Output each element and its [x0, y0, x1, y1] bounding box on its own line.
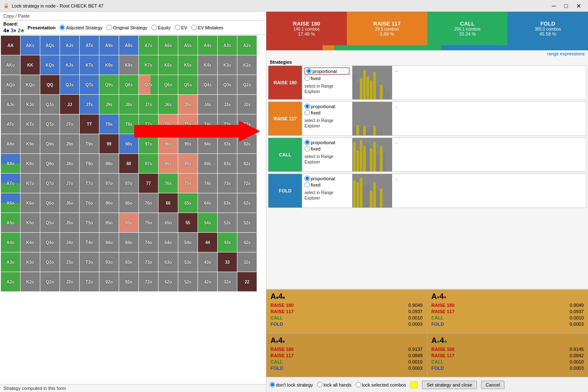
- grid-cell-74o[interactable]: 74o: [139, 233, 158, 252]
- grid-cell-82o[interactable]: 82o: [119, 272, 138, 291]
- grid-cell-64o[interactable]: 64o: [159, 233, 178, 252]
- radio-proportional-call[interactable]: proportional: [304, 140, 349, 145]
- grid-cell-j8s[interactable]: J8s: [119, 95, 138, 114]
- radio-equity[interactable]: Equity: [151, 25, 171, 30]
- select-range-raise180[interactable]: select in Range Explorer: [304, 83, 349, 94]
- grid-cell-92o[interactable]: 92o: [99, 272, 119, 291]
- grid-cell-k4s[interactable]: K4s: [198, 55, 217, 75]
- grid-cell-k6o[interactable]: K6o: [21, 193, 40, 213]
- grid-cell-t7s[interactable]: T7s: [139, 114, 158, 134]
- grid-cell-j5o[interactable]: J5o: [60, 213, 79, 232]
- grid-cell-kjs[interactable]: KJs: [60, 55, 79, 75]
- grid-cell-32s[interactable]: 32s: [237, 252, 257, 272]
- grid-cell-98o[interactable]: 98o: [99, 154, 119, 173]
- grid-cell-t3o[interactable]: T3o: [80, 252, 99, 272]
- grid-cell-84o[interactable]: 84o: [119, 233, 138, 252]
- grid-cell-86s[interactable]: 86s: [159, 154, 178, 173]
- grid-cell-94o[interactable]: 94o: [99, 233, 119, 252]
- grid-cell-92s[interactable]: 92s: [237, 134, 257, 153]
- grid-cell-j9s[interactable]: J9s: [99, 95, 119, 114]
- grid-cell-42s[interactable]: 42s: [237, 233, 257, 252]
- grid-cell-kqo[interactable]: KQo: [21, 75, 40, 94]
- radio-fixed-fold[interactable]: fixed: [304, 182, 349, 187]
- radio-fixed-call[interactable]: fixed: [304, 146, 349, 151]
- grid-cell-t9s[interactable]: T9s: [99, 114, 119, 134]
- grid-cell-k9o[interactable]: K9o: [21, 134, 40, 153]
- grid-cell-t2o[interactable]: T2o: [80, 272, 99, 291]
- grid-cell-62s[interactable]: 62s: [237, 193, 257, 213]
- grid-cell-kts[interactable]: KTs: [80, 55, 99, 75]
- grid-cell-ajs[interactable]: AJs: [60, 36, 79, 55]
- grid-cell-a9s[interactable]: A9s: [99, 36, 119, 55]
- grid-cell-kto[interactable]: KTo: [21, 114, 40, 134]
- grid-cell-a6o[interactable]: A6o: [1, 193, 20, 213]
- grid-cell-ato[interactable]: ATo: [1, 114, 20, 134]
- grid-cell-j2s[interactable]: J2s: [237, 95, 257, 114]
- grid-cell-q2s[interactable]: Q2s: [237, 75, 257, 94]
- grid-cell-k5o[interactable]: K5o: [21, 213, 40, 232]
- grid-cell-76s[interactable]: 76s: [159, 174, 178, 193]
- cancel-button[interactable]: Cancel: [481, 381, 505, 389]
- grid-cell-44[interactable]: 44: [198, 233, 217, 252]
- grid-cell-aqs[interactable]: AQs: [40, 36, 60, 55]
- maximize-button[interactable]: □: [561, 2, 571, 10]
- grid-cell-52s[interactable]: 52s: [237, 213, 257, 232]
- grid-cell-75s[interactable]: 75s: [178, 174, 198, 193]
- grid-cell-q8o[interactable]: Q8o: [40, 154, 60, 173]
- grid-cell-j8o[interactable]: J8o: [60, 154, 79, 173]
- grid-cell-q4s[interactable]: Q4s: [198, 75, 217, 94]
- grid-cell-96s[interactable]: 96s: [159, 134, 178, 153]
- grid-cell-k7s[interactable]: K7s: [139, 55, 158, 75]
- grid-cell-96o[interactable]: 96o: [99, 193, 119, 213]
- grid-cell-73o[interactable]: 73o: [139, 252, 158, 272]
- grid-cell-66[interactable]: 66: [159, 193, 178, 213]
- grid-cell-95s[interactable]: 95s: [178, 134, 198, 153]
- grid-cell-87s[interactable]: 87s: [139, 154, 158, 173]
- grid-cell-43s[interactable]: 43s: [218, 233, 237, 252]
- select-range-call[interactable]: select in Range Explorer: [304, 154, 349, 165]
- grid-cell-t4o[interactable]: T4o: [80, 233, 99, 252]
- grid-cell-83o[interactable]: 83o: [119, 252, 138, 272]
- grid-cell-j9o[interactable]: J9o: [60, 134, 79, 153]
- hand-grid[interactable]: AAAKsAQsAJsATsA9sA8sA7sA6sA5sA4sA3sA2sAK…: [1, 36, 265, 291]
- grid-cell-k7o[interactable]: K7o: [21, 174, 40, 193]
- radio-fixed-raise117[interactable]: fixed: [304, 110, 349, 115]
- grid-cell-65o[interactable]: 65o: [159, 213, 178, 232]
- grid-cell-qto[interactable]: QTo: [40, 114, 60, 134]
- grid-cell-a4o[interactable]: A4o: [1, 233, 20, 252]
- grid-cell-94s[interactable]: 94s: [198, 134, 217, 153]
- grid-cell-43o[interactable]: 43o: [198, 252, 217, 272]
- close-button[interactable]: ✕: [573, 2, 585, 10]
- select-range-fold[interactable]: select in Range Explorer: [304, 190, 349, 201]
- grid-cell-k6s[interactable]: K6s: [159, 55, 178, 75]
- grid-cell-62o[interactable]: 62o: [159, 272, 178, 291]
- grid-cell-87o[interactable]: 87o: [119, 174, 138, 193]
- grid-cell-q9o[interactable]: Q9o: [40, 134, 60, 153]
- grid-cell-q8s[interactable]: Q8s: [119, 75, 138, 94]
- grid-cell-t9o[interactable]: T9o: [80, 134, 99, 153]
- grid-cell-k8s[interactable]: K8s: [119, 55, 138, 75]
- grid-cell-73s[interactable]: 73s: [218, 174, 237, 193]
- grid-cell-k9s[interactable]: K9s: [99, 55, 119, 75]
- grid-cell-j3s[interactable]: J3s: [218, 95, 237, 114]
- minimize-button[interactable]: ─: [549, 2, 559, 10]
- grid-cell-74s[interactable]: 74s: [198, 174, 217, 193]
- grid-cell-t3s[interactable]: T3s: [218, 114, 237, 134]
- grid-cell-88[interactable]: 88: [119, 154, 138, 173]
- grid-cell-77[interactable]: 77: [139, 174, 158, 193]
- grid-cell-jts[interactable]: JTs: [80, 95, 99, 114]
- grid-cell-k3s[interactable]: K3s: [218, 55, 237, 75]
- grid-cell-qjs[interactable]: QJs: [60, 75, 79, 94]
- grid-cell-q7o[interactable]: Q7o: [40, 174, 60, 193]
- grid-cell-q5s[interactable]: Q5s: [178, 75, 198, 94]
- grid-cell-a5s[interactable]: A5s: [178, 36, 198, 55]
- grid-cell-97o[interactable]: 97o: [99, 174, 119, 193]
- grid-cell-qq[interactable]: QQ: [40, 75, 60, 94]
- grid-cell-qts[interactable]: QTs: [80, 75, 99, 94]
- grid-cell-kjo[interactable]: KJo: [21, 95, 40, 114]
- grid-cell-q2o[interactable]: Q2o: [40, 272, 60, 291]
- grid-cell-53o[interactable]: 53o: [178, 252, 198, 272]
- grid-cell-j7o[interactable]: J7o: [60, 174, 79, 193]
- grid-cell-a8o[interactable]: A8o: [1, 154, 20, 173]
- grid-cell-52o[interactable]: 52o: [178, 272, 198, 291]
